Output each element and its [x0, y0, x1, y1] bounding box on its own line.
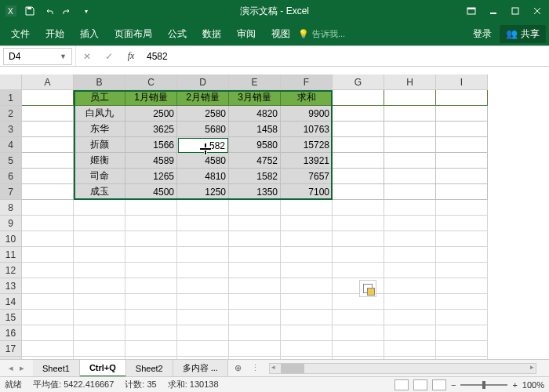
cell[interactable] [333, 90, 384, 106]
cell[interactable] [384, 294, 436, 310]
zoom-out-icon[interactable]: − [451, 380, 456, 390]
cell[interactable] [384, 310, 436, 325]
cell[interactable]: 4589 [125, 153, 177, 169]
cell[interactable] [22, 263, 74, 278]
cell[interactable] [22, 325, 74, 341]
cell[interactable] [384, 169, 436, 184]
cell[interactable]: 13921 [281, 153, 333, 169]
cell[interactable] [384, 263, 436, 278]
cell[interactable] [333, 216, 384, 231]
sheet-tab[interactable]: Sheet1 [33, 360, 80, 377]
cell[interactable] [333, 247, 384, 263]
cell[interactable] [384, 216, 436, 231]
cell[interactable]: 2500 [125, 106, 177, 122]
cell[interactable] [436, 90, 488, 106]
cell[interactable] [436, 184, 488, 200]
cell[interactable]: 3625 [125, 122, 177, 137]
cell[interactable] [384, 247, 436, 263]
cell[interactable] [74, 294, 125, 310]
name-box[interactable]: D4 ▼ [3, 48, 72, 65]
row-header[interactable]: 7 [0, 184, 22, 200]
zoom-in-icon[interactable]: + [512, 380, 517, 390]
cell[interactable] [229, 341, 281, 357]
cell[interactable] [22, 153, 74, 169]
cell[interactable] [177, 200, 229, 216]
cell[interactable] [74, 341, 125, 357]
cell[interactable] [177, 325, 229, 341]
cell[interactable] [125, 263, 177, 278]
maximize-icon[interactable] [505, 3, 525, 19]
cell[interactable] [436, 169, 488, 184]
cell[interactable] [281, 216, 333, 231]
cell[interactable]: 1265 [125, 169, 177, 184]
cell[interactable] [125, 200, 177, 216]
column-header[interactable]: H [384, 74, 436, 90]
cell[interactable] [125, 310, 177, 325]
cell[interactable] [384, 90, 436, 106]
cell[interactable] [384, 200, 436, 216]
row-header[interactable]: 4 [0, 137, 22, 153]
cell[interactable] [333, 231, 384, 247]
qat-dropdown-icon[interactable]: ▾ [78, 3, 94, 19]
cell[interactable]: 3月销量 [229, 90, 281, 106]
formula-input[interactable]: 4582 [142, 51, 549, 62]
tab-home[interactable]: 开始 [38, 22, 72, 45]
tab-insert[interactable]: 插入 [72, 22, 107, 45]
sheet-nav[interactable]: ◂▸ [0, 363, 33, 373]
tab-data[interactable]: 数据 [195, 22, 229, 45]
cell[interactable] [177, 247, 229, 263]
cell[interactable] [384, 325, 436, 341]
save-icon[interactable] [22, 3, 38, 19]
cell[interactable] [22, 216, 74, 231]
tab-view[interactable]: 视图 [264, 22, 298, 45]
cell[interactable] [22, 200, 74, 216]
cell[interactable] [229, 310, 281, 325]
sheet-tab[interactable]: Ctrl+Q [80, 360, 126, 377]
cell[interactable] [22, 231, 74, 247]
cell[interactable] [125, 294, 177, 310]
cell[interactable] [125, 216, 177, 231]
select-all-corner[interactable] [0, 74, 22, 90]
view-pagebreak-icon[interactable] [432, 379, 446, 390]
tab-formulas[interactable]: 公式 [160, 22, 195, 45]
cell[interactable]: 折颜 [74, 137, 125, 153]
cell[interactable] [22, 90, 74, 106]
cell[interactable] [74, 216, 125, 231]
cell[interactable]: 员工 [74, 90, 125, 106]
column-header[interactable]: D [177, 74, 229, 90]
tell-me[interactable]: 💡 告诉我... [298, 28, 345, 40]
sheet-tab[interactable]: Sheet2 [126, 360, 173, 377]
cell[interactable] [74, 247, 125, 263]
cell[interactable] [436, 247, 488, 263]
tab-pagelayout[interactable]: 页面布局 [107, 22, 160, 45]
cell[interactable] [384, 137, 436, 153]
row-header[interactable]: 10 [0, 231, 22, 247]
cell[interactable] [333, 341, 384, 357]
cell[interactable]: 求和 [281, 90, 333, 106]
row-header[interactable]: 13 [0, 278, 22, 294]
sheet-tab[interactable]: 多内容 ... [173, 360, 228, 377]
namebox-dropdown-icon[interactable]: ▼ [60, 53, 67, 60]
cancel-formula-icon[interactable]: ✕ [76, 51, 98, 62]
cell[interactable] [125, 325, 177, 341]
column-header[interactable]: C [125, 74, 177, 90]
zoom-slider[interactable] [460, 384, 507, 386]
cell[interactable] [22, 310, 74, 325]
column-header[interactable]: I [436, 74, 488, 90]
cell[interactable] [125, 341, 177, 357]
cell[interactable] [281, 247, 333, 263]
cell[interactable] [384, 106, 436, 122]
cell[interactable] [436, 200, 488, 216]
cell[interactable] [436, 263, 488, 278]
row-header[interactable]: 16 [0, 325, 22, 341]
cell[interactable] [333, 310, 384, 325]
cell[interactable] [333, 137, 384, 153]
cell[interactable] [436, 341, 488, 357]
spreadsheet-grid[interactable]: ABCDEFGHI 123456789101112131415161718 员工… [0, 74, 549, 372]
cell[interactable] [333, 200, 384, 216]
quick-analysis-button[interactable] [359, 280, 376, 297]
cell[interactable] [22, 106, 74, 122]
cell[interactable] [436, 278, 488, 294]
cell[interactable] [22, 169, 74, 184]
column-header[interactable]: E [229, 74, 281, 90]
